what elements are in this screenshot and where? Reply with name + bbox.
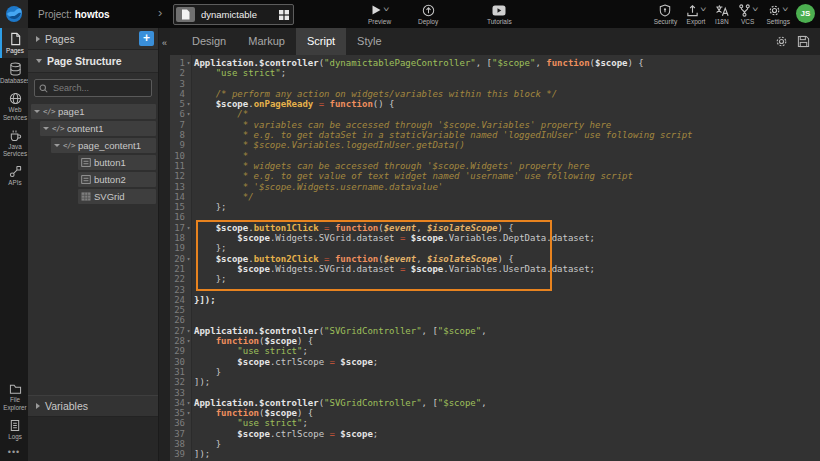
project-label: Project: xyxy=(38,9,72,20)
page-doc-icon xyxy=(176,7,195,22)
deploy-button[interactable]: Deploy xyxy=(418,3,438,26)
sidebar-item-pages[interactable]: Pages xyxy=(0,28,28,58)
code-line[interactable]: 6▾ /* xyxy=(170,109,820,119)
code-line[interactable]: 24}]); xyxy=(170,295,820,305)
code-line[interactable]: 37 $scope.ctrlScope = $scope; xyxy=(170,429,820,439)
code-line[interactable]: 27▾Application.$controller("SVGridContro… xyxy=(170,326,820,336)
preview-button[interactable]: ˅ Preview xyxy=(368,3,391,26)
tab-style[interactable]: Style xyxy=(346,28,392,55)
code-line[interactable]: 34▾Application.$controller("SVGridContro… xyxy=(170,398,820,408)
tree-node-content1[interactable]: </> content1 xyxy=(40,121,156,136)
page-structure-tree: </> page1 </> content1 </> page_content1… xyxy=(28,101,158,395)
panel-splitter[interactable]: « xyxy=(159,28,170,461)
sidebar-item-logs[interactable]: Logs xyxy=(0,415,28,444)
code-line[interactable]: 26 xyxy=(170,315,820,325)
save-icon[interactable] xyxy=(797,35,810,48)
tree-node-page-content1[interactable]: </> page_content1 xyxy=(51,138,156,153)
code-line[interactable]: 4 /* perform any action on widgets/varia… xyxy=(170,89,820,99)
tutorials-button[interactable]: Tutorials xyxy=(487,3,512,26)
code-line[interactable]: 38 } xyxy=(170,439,820,449)
code-line[interactable]: 2 "use strict"; xyxy=(170,68,820,78)
code-line[interactable]: 16 xyxy=(170,212,820,222)
editor-tabbar: Design Markup Script Style xyxy=(170,28,820,55)
script-editor[interactable]: 1▾Application.$controller("dynamictableP… xyxy=(170,55,820,461)
editor-actions xyxy=(775,35,820,48)
code-line[interactable]: 10 * xyxy=(170,151,820,161)
code-line[interactable]: 28▾ function($scope) { xyxy=(170,336,820,346)
editor-area: Design Markup Script Style 1▾Application… xyxy=(170,28,820,461)
code-line[interactable]: 15 }; xyxy=(170,202,820,212)
container-widget-icon: </> xyxy=(43,107,55,116)
left-icon-rail: Pages Databases Web Services Java Servic… xyxy=(0,28,28,461)
collapse-panel-icon[interactable]: « xyxy=(159,36,170,50)
code-line[interactable]: 31 } xyxy=(170,367,820,377)
export-button[interactable]: ˅ Export xyxy=(686,3,706,26)
tree-node-svgrid[interactable]: SVGrid xyxy=(78,189,156,204)
tree-node-button2[interactable]: button2 xyxy=(78,172,156,187)
code-line[interactable]: 36 "use strict"; xyxy=(170,418,820,428)
tree-node-button1[interactable]: button1 xyxy=(78,155,156,170)
more-options-icon[interactable]: ••• xyxy=(0,444,28,461)
variables-panel-header[interactable]: Variables xyxy=(28,395,158,417)
code-line[interactable]: 17▾ $scope.button1Click = function($even… xyxy=(170,223,820,233)
code-line[interactable]: 22 }; xyxy=(170,274,820,284)
code-line[interactable]: 23 xyxy=(170,285,820,295)
caret-down-icon xyxy=(54,144,60,147)
i18n-button[interactable]: I18N xyxy=(715,3,729,26)
code-line[interactable]: 39]); xyxy=(170,449,820,459)
vcs-button[interactable]: ˅ VCS xyxy=(738,3,758,26)
topbar: Project: howtos › dynamictable ˅ Preview xyxy=(0,0,820,28)
code-line[interactable]: 29 "use strict"; xyxy=(170,346,820,356)
code-line[interactable]: 18 $scope.Widgets.SVGrid.dataset = $scop… xyxy=(170,233,820,243)
app-window: Project: howtos › dynamictable ˅ Preview xyxy=(0,0,820,461)
settings-button[interactable]: ˅ Settings xyxy=(767,3,791,26)
editor-settings-gear-icon[interactable] xyxy=(775,35,788,48)
code-line[interactable]: 14 */ xyxy=(170,192,820,202)
app-logo[interactable] xyxy=(0,0,28,28)
code-line[interactable]: 9 * $scope.Variables.loggedInUser.getDat… xyxy=(170,140,820,150)
tab-design[interactable]: Design xyxy=(181,28,237,55)
code-line[interactable]: 3 xyxy=(170,79,820,89)
code-line[interactable]: 32]); xyxy=(170,377,820,387)
code-line[interactable]: 21 $scope.Widgets.SVGrid.dataset = $scop… xyxy=(170,264,820,274)
code-line[interactable]: 13 * '$scope.Widgets.username.datavalue' xyxy=(170,182,820,192)
tutorials-icon xyxy=(492,5,506,16)
code-line[interactable]: 19 }; xyxy=(170,243,820,253)
code-line[interactable]: 35▾ function($scope) { xyxy=(170,408,820,418)
play-icon xyxy=(370,4,382,16)
code-line[interactable]: 33 xyxy=(170,388,820,398)
code-line[interactable]: 30 $scope.ctrlScope = $scope; xyxy=(170,357,820,367)
code-line[interactable]: 8 * e.g. to get dataSet in a staticVaria… xyxy=(170,130,820,140)
sidebar-item-databases[interactable]: Databases xyxy=(0,58,28,88)
page-tab-dynamictable[interactable]: dynamictable xyxy=(173,4,294,25)
code-line[interactable]: 20▾ $scope.button2Click = function($even… xyxy=(170,254,820,264)
page-grid-icon[interactable] xyxy=(279,10,289,20)
chevron-down-icon: ˅ xyxy=(782,5,789,15)
search-input[interactable] xyxy=(51,82,147,94)
code-line[interactable]: 12 * e.g. to get value of text widget na… xyxy=(170,171,820,181)
user-avatar[interactable]: JS xyxy=(796,4,815,23)
rail-spacer xyxy=(0,191,28,380)
add-page-button[interactable]: + xyxy=(139,31,154,46)
code-line[interactable]: 7 * variables can be accessed through '$… xyxy=(170,120,820,130)
page-structure-header[interactable]: Page Structure xyxy=(28,50,158,73)
i18n-translate-icon xyxy=(715,4,729,17)
code-line[interactable]: 25 xyxy=(170,305,820,315)
pages-panel-header[interactable]: Pages + xyxy=(28,28,158,50)
security-button[interactable]: Security xyxy=(654,3,677,26)
pages-icon xyxy=(9,32,22,46)
code-line[interactable]: 11 * widgets can be accessed through '$s… xyxy=(170,161,820,171)
code-line[interactable]: 5▾ $scope.onPageReady = function() { xyxy=(170,99,820,109)
tab-markup[interactable]: Markup xyxy=(237,28,296,55)
sidebar-item-file-explorer[interactable]: File Explorer xyxy=(0,379,28,414)
sidebar-item-web-services[interactable]: Web Services xyxy=(0,88,28,124)
tab-script[interactable]: Script xyxy=(296,28,346,55)
sidebar-item-apis[interactable]: APIs xyxy=(0,161,28,190)
structure-search xyxy=(34,79,152,97)
shield-icon xyxy=(659,4,671,17)
code-line[interactable]: 1▾Application.$controller("dynamictableP… xyxy=(170,58,820,68)
code-lines: 1▾Application.$controller("dynamictableP… xyxy=(170,58,820,460)
chevron-down-icon: ˅ xyxy=(700,5,707,15)
sidebar-item-java-services[interactable]: Java Services xyxy=(0,125,28,161)
tree-node-page1[interactable]: </> page1 xyxy=(31,104,156,119)
